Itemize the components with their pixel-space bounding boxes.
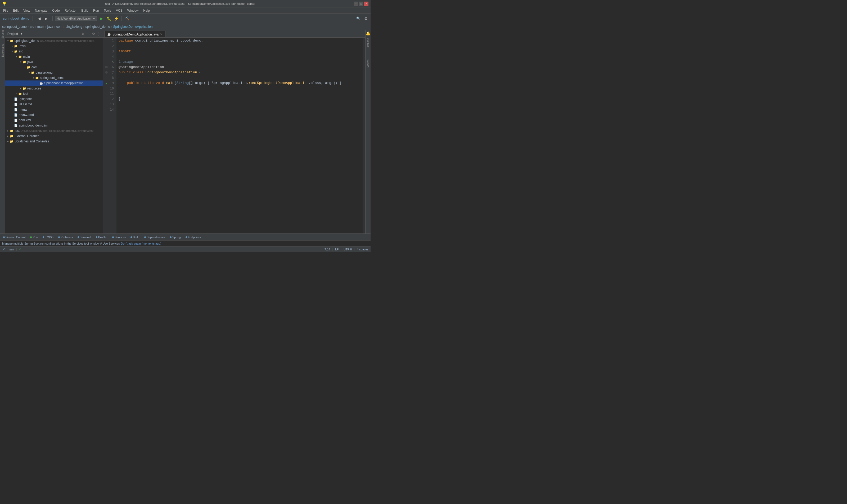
bottom-tab-todo[interactable]: TODO [40,234,56,240]
editor-scrollbar[interactable] [363,38,365,233]
tree-item-SpringbootDemoApplication[interactable]: ☕SpringbootDemoApplication [5,80,103,86]
tree-item-dingjiaxiong[interactable]: ▾📁dingjiaxiong [5,70,103,75]
menu-item-file[interactable]: File [1,8,10,13]
tree-label-gitignore: .gitignore [19,97,32,101]
build-button[interactable]: 🔨 [124,15,130,22]
left-sidebar: Structure Bookmarks [0,30,5,233]
breadcrumb-dingjiaxiong[interactable]: dingjiaxiong [66,25,82,29]
debug-button[interactable]: 🐛 [106,15,112,22]
menu-item-vcs[interactable]: VCS [114,8,125,13]
settings-button[interactable]: ⚙ [363,15,369,22]
tree-item-scratches[interactable]: ▸📁Scratches and Consoles [5,139,103,144]
tree-item-springboot_demo_pkg[interactable]: ▾📁springboot_demo [5,75,103,80]
maven-panel-toggle[interactable]: Maven [366,57,370,70]
tree-item-mvnw_cmd[interactable]: 📄mvnw.cmd [5,112,103,118]
maximize-button[interactable]: □ [359,2,363,6]
tree-item-com[interactable]: ▾📁com [5,65,103,70]
breadcrumb-main[interactable]: main [37,25,44,29]
notification-link[interactable]: Don't ask again (moments ago) [121,242,161,245]
tree-item-main[interactable]: ▾📁main [5,54,103,59]
tab-close-button[interactable]: ✕ [160,33,163,36]
tree-item-resources[interactable]: ▸📁resources [5,86,103,91]
breadcrumb-project[interactable]: springboot_demo [2,25,27,29]
bottom-tab-spring[interactable]: Spring [168,234,183,240]
collapse-all-button[interactable]: ⊟ [86,32,90,36]
breadcrumb-java[interactable]: java [48,25,53,29]
bookmarks-panel-toggle[interactable]: Bookmarks [1,48,5,52]
token-1: package [119,38,133,43]
tree-item-springboot_demo_iml[interactable]: 📄springboot_demo.iml [5,123,103,128]
code-line-14 [119,107,361,112]
bottom-tab-run[interactable]: Run [28,234,40,240]
tree-arrow-springboot_demo_iml [11,124,14,127]
forward-button[interactable]: ▶ [43,15,49,22]
menu-item-tools[interactable]: Tools [102,8,113,13]
tree-label-mvnw_cmd: mvnw.cmd [19,113,34,117]
breadcrumb-com[interactable]: com [56,25,62,29]
breadcrumb-src[interactable]: src [30,25,34,29]
tree-item-mvn[interactable]: ▸📁.mvn [5,43,103,49]
line-col-item[interactable]: 7:14 [325,248,330,251]
indent-item[interactable]: 4 spaces [357,248,368,251]
tree-item-HELP[interactable]: 📄HELP.md [5,102,103,107]
minimize-button[interactable]: − [354,2,358,6]
tab-label-todo: TODO [45,236,53,239]
menu-item-run[interactable]: Run [91,8,101,13]
bottom-tab-version_control[interactable]: Version Control [1,234,28,240]
notifications-icon[interactable]: 🔔 [366,31,370,35]
encoding-item[interactable]: UTF-8 [344,248,352,251]
tree-item-src[interactable]: ▾📁src [5,49,103,54]
panel-gear-button[interactable]: ⋮ [96,32,101,36]
gutter-icon-4 [105,55,108,58]
tree-label-scratches: Scratches and Consoles [15,140,49,143]
lf-item[interactable]: LF [335,248,339,251]
bottom-tab-dependencies[interactable]: Dependencies [142,234,167,240]
menu-item-navigate[interactable]: Navigate [33,8,50,13]
tree-item-java[interactable]: ▾📁java [5,59,103,65]
tree-item-springboot_demo[interactable]: ▾📁springboot_demo D:\DingJiaxiong\IdeaPr… [5,38,103,43]
tree-label-springboot_demo_pkg: springboot_demo [40,76,65,80]
menu-item-help[interactable]: Help [141,8,152,13]
menu-item-window[interactable]: Window [125,8,141,13]
breadcrumb-classname[interactable]: SpringbootDemoApplication [113,25,153,29]
vcs-item[interactable]: main [8,248,14,251]
tree-item-mvnw[interactable]: 📄mvnw [5,107,103,112]
menu-item-view[interactable]: View [21,8,32,13]
gutter-icon-13 [105,103,108,106]
menu-item-refactor[interactable]: Refactor [62,8,78,13]
code-content[interactable]: package com.dingjiaxiong.springboot_demo… [116,38,363,233]
title-bar-left: 💡 [2,2,6,6]
tree-item-external_libs[interactable]: ▸📁External Libraries [5,133,103,139]
menu-item-edit[interactable]: Edit [11,8,21,13]
token-9: SpringbootDemoApplication [257,80,309,86]
bottom-tab-profiler[interactable]: Profiler [94,234,110,240]
bottom-tab-build[interactable]: Build [128,234,141,240]
bottom-tab-terminal[interactable]: Terminal [75,234,93,240]
sync-button[interactable]: ↻ [81,32,85,36]
bottom-tab-endpoints[interactable]: Endpoints [183,234,203,240]
tree-arrow-mvnw_cmd [11,113,14,116]
run-button[interactable]: ▶ [98,15,105,22]
run-coverage-button[interactable]: ⚡ [113,15,119,22]
bottom-tab-services[interactable]: Services [110,234,128,240]
code-line-9: public static void main(String[] args) {… [119,80,361,86]
menu-item-code[interactable]: Code [50,8,62,13]
back-button[interactable]: ◀ [36,15,42,22]
database-panel-toggle[interactable]: Database [366,36,370,52]
run-config-selector[interactable]: HelloWorldMainApplication ▼ [55,16,97,21]
tree-item-test[interactable]: ▸📁test [5,91,103,96]
breadcrumb-springboot-demo[interactable]: springboot_demo [86,25,110,29]
tree-item-test_root[interactable]: ▸📁test D:\DingJiaxiong\IdeaProjects\Spri… [5,128,103,133]
tree-item-pom_xml[interactable]: 📄pom.xml [5,118,103,123]
close-button[interactable]: ✕ [364,2,368,6]
structure-panel-toggle[interactable]: Structure [1,31,5,35]
tree-arrow-resources: ▸ [19,87,22,90]
right-sidebar: 🔔 Database Maven [365,30,371,233]
project-dropdown-icon[interactable]: ▼ [20,32,23,35]
active-tab[interactable]: ☕ SpringbootDemoApplication.java ✕ [104,31,165,37]
show-options-button[interactable]: ⚙ [91,32,95,36]
tree-item-gitignore[interactable]: 📄.gitignore [5,96,103,102]
bottom-tab-problems[interactable]: Problems [56,234,75,240]
search-everywhere-button[interactable]: 🔍 [355,15,362,22]
menu-item-build[interactable]: Build [79,8,91,13]
